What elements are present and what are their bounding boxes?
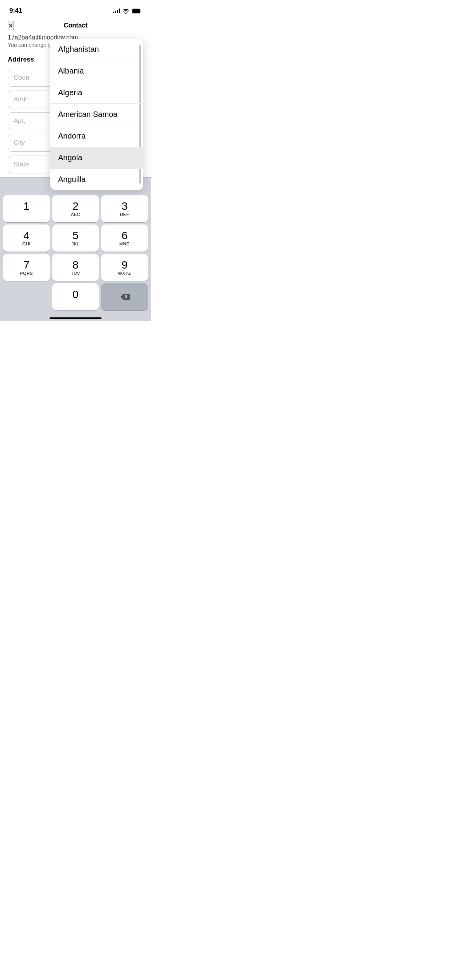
apt-placeholder: Apt, (14, 117, 25, 125)
backspace-key[interactable] (101, 283, 148, 310)
wifi-icon (123, 9, 129, 13)
numeric-keyboard: 1 2 ABC 3 DEF 4 GHI 5 JKL 6 (0, 192, 151, 314)
key-6[interactable]: 6 MNO (101, 224, 148, 252)
dropdown-item-algeria[interactable]: Algeria (50, 82, 143, 104)
address-placeholder: Addr (14, 96, 27, 103)
key-8[interactable]: 8 TUV (52, 254, 99, 281)
dropdown-item-american-samoa[interactable]: American Samoa (50, 104, 143, 125)
key-5[interactable]: 5 JKL (52, 224, 99, 252)
page-wrapper: 9:41 × C (0, 0, 151, 327)
dropdown-item-albania[interactable]: Albania (50, 60, 143, 82)
key-empty (3, 283, 50, 310)
dropdown-item-afghanistan[interactable]: Afghanistan (50, 39, 143, 60)
close-button[interactable]: × (8, 21, 14, 30)
status-icons (113, 9, 142, 14)
key-3[interactable]: 3 DEF (101, 195, 148, 222)
dropdown-item-angola[interactable]: Angola (50, 147, 143, 169)
state-placeholder: State (14, 161, 29, 168)
nav-header: × Contact (0, 19, 151, 34)
key-1[interactable]: 1 (3, 195, 50, 222)
keyboard-row-2: 4 GHI 5 JKL 6 MNO (2, 224, 149, 252)
page-title: Contact (63, 22, 87, 29)
country-dropdown: Afghanistan Albania Algeria American Sam… (50, 39, 143, 190)
signal-bars-icon (113, 9, 120, 13)
svg-rect-1 (132, 9, 140, 13)
keyboard-row-3: 7 PQRS 8 TUV 9 WXYZ (2, 254, 149, 281)
home-bar (50, 317, 101, 319)
key-4[interactable]: 4 GHI (3, 224, 50, 252)
status-bar: 9:41 (0, 0, 151, 19)
city-placeholder: City (14, 139, 25, 147)
key-0[interactable]: 0 (52, 283, 99, 310)
battery-icon (132, 9, 142, 14)
key-2[interactable]: 2 ABC (52, 195, 99, 222)
status-time: 9:41 (9, 7, 22, 15)
home-indicator (0, 314, 151, 321)
key-9[interactable]: 9 WXYZ (101, 254, 148, 281)
key-7[interactable]: 7 PQRS (3, 254, 50, 281)
keyboard-row-1: 1 2 ABC 3 DEF (2, 195, 149, 222)
dropdown-item-andorra[interactable]: Andorra (50, 125, 143, 147)
country-placeholder: Coun (14, 74, 29, 82)
keyboard-row-4: 0 (2, 283, 149, 310)
dropdown-item-anguilla[interactable]: Anguilla (50, 169, 143, 190)
